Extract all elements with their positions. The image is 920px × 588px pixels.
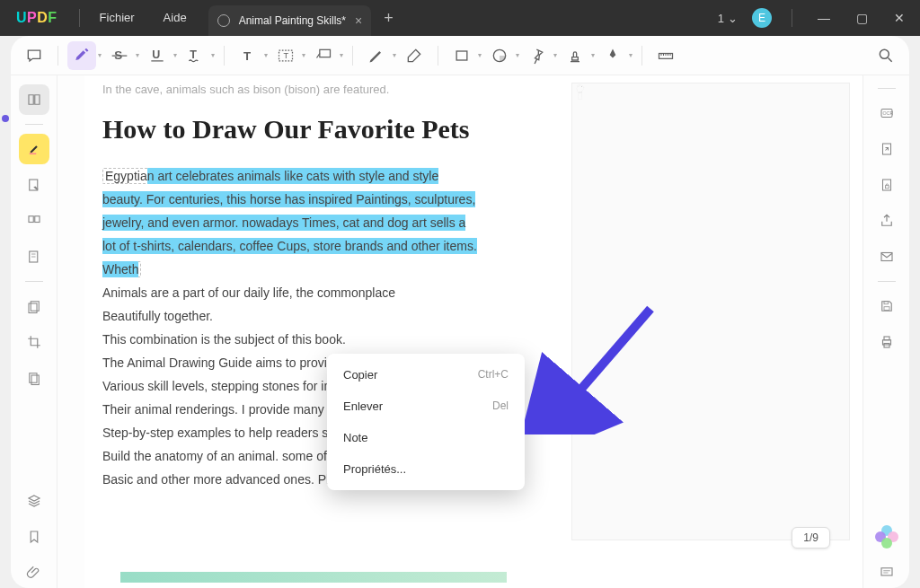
dropdown-icon[interactable]: ▾ [173, 51, 177, 59]
context-menu-note[interactable]: Note [327, 422, 525, 453]
pages-icon [26, 213, 42, 229]
stamp-tool-button[interactable] [561, 41, 589, 70]
textbox-tool-button[interactable]: T [271, 41, 300, 70]
eraser-icon [405, 47, 423, 65]
ruler-icon [657, 47, 675, 65]
document-tab[interactable]: Animal Painting Skills* × [208, 5, 372, 36]
separator [79, 9, 80, 27]
dropdown-icon[interactable]: ▾ [98, 51, 102, 59]
reader-mode-button[interactable] [19, 84, 49, 115]
app-logo: UPDF [0, 10, 74, 26]
window-close-button[interactable]: ✕ [888, 11, 911, 25]
menu-file[interactable]: Fichier [85, 0, 149, 36]
context-menu: Copier Ctrl+C Enlever Del Note Propriété… [327, 354, 525, 490]
edit-mode-button[interactable] [19, 170, 49, 200]
svg-point-12 [880, 49, 889, 58]
svg-rect-14 [29, 154, 36, 155]
tab-title: Animal Painting Skills* [239, 14, 346, 27]
comment-tool-button[interactable] [20, 41, 49, 70]
chevron-down-icon: ⌄ [728, 12, 738, 25]
ai-assistant-button[interactable] [871, 522, 902, 552]
eraser-tool-button[interactable] [400, 41, 429, 70]
separator [352, 46, 353, 66]
dropdown-icon[interactable]: ▾ [136, 51, 139, 59]
context-menu-remove[interactable]: Enlever Del [327, 391, 525, 422]
share-button[interactable] [871, 206, 902, 236]
page-number-badge[interactable]: 1/9 [792, 527, 830, 549]
user-avatar[interactable]: E [752, 8, 772, 28]
email-button[interactable] [871, 241, 902, 272]
highlight-tool-button[interactable] [67, 41, 96, 70]
dropdown-icon[interactable]: ▾ [302, 51, 305, 59]
separator [878, 281, 896, 282]
header-page-indicator[interactable]: 1 ⌄ [718, 12, 738, 25]
search-button[interactable] [871, 41, 900, 70]
protect-button[interactable] [871, 170, 902, 200]
text-tool-button[interactable]: T [234, 41, 262, 70]
callout-tool-button[interactable] [309, 41, 338, 70]
dropdown-icon[interactable]: ▾ [340, 51, 343, 59]
title-bar: UPDF Fichier Aide Animal Painting Skills… [0, 0, 920, 36]
bookmark-icon [26, 529, 42, 545]
squiggly-tool-button[interactable]: T [181, 41, 209, 70]
attach-tool-button[interactable] [523, 41, 552, 70]
left-sidebar [11, 75, 58, 588]
save-button[interactable] [871, 291, 902, 321]
form-button[interactable] [19, 241, 49, 272]
svg-text:OCR: OCR [882, 110, 893, 116]
dropdown-icon[interactable]: ▾ [211, 51, 215, 59]
annotate-mode-button[interactable] [19, 134, 49, 164]
window-maximize-button[interactable]: ▢ [850, 11, 873, 25]
strikethrough-tool-button[interactable]: S [105, 41, 134, 70]
print-button[interactable] [871, 327, 902, 357]
shape-tool-button[interactable] [447, 41, 476, 70]
new-tab-button[interactable]: + [371, 9, 406, 28]
separator [438, 46, 438, 66]
menu-help[interactable]: Aide [149, 0, 201, 36]
body-line: This combination is the subject of this … [102, 328, 480, 351]
dropdown-icon[interactable]: ▾ [591, 51, 595, 59]
edit-page-icon [26, 177, 42, 193]
dropdown-icon[interactable]: ▾ [553, 51, 557, 59]
pencil-icon [367, 47, 385, 65]
separator [641, 46, 642, 66]
dropdown-icon[interactable]: ▾ [264, 51, 268, 59]
tab-close-icon[interactable]: × [355, 13, 362, 28]
pencil-tool-button[interactable] [362, 41, 391, 70]
convert-button[interactable] [871, 134, 902, 164]
dropdown-icon[interactable]: ▾ [478, 51, 482, 59]
lock-page-icon [879, 177, 895, 193]
redact-button[interactable] [19, 363, 49, 393]
separator [58, 46, 58, 66]
pin-icon [528, 47, 546, 65]
crop-button[interactable] [19, 327, 49, 357]
dropdown-icon[interactable]: ▾ [393, 51, 396, 59]
marker-icon [26, 141, 42, 157]
dropdown-icon[interactable]: ▾ [629, 51, 632, 59]
layers-button[interactable] [19, 486, 49, 516]
svg-text:T: T [284, 51, 289, 60]
attachments-button[interactable] [19, 557, 49, 588]
signature-tool-button[interactable] [598, 41, 627, 70]
callout-icon [314, 47, 332, 65]
right-sidebar: OCR [862, 75, 909, 588]
context-menu-copy[interactable]: Copier Ctrl+C [327, 359, 525, 391]
bookmarks-button[interactable] [19, 522, 49, 552]
measure-tool-button[interactable] [651, 41, 680, 70]
svg-rect-36 [881, 568, 892, 575]
batch-button[interactable] [19, 291, 49, 321]
comments-list-button[interactable] [871, 557, 902, 588]
dropdown-icon[interactable]: ▾ [516, 51, 519, 59]
underline-tool-button[interactable]: U [143, 41, 172, 70]
redact-icon [26, 370, 42, 386]
highlighted-selection[interactable]: n art celebrates animals like cats with … [102, 168, 477, 277]
save-icon [879, 298, 895, 314]
context-menu-properties[interactable]: Propriétés... [327, 453, 525, 485]
organize-button[interactable] [19, 206, 49, 236]
ocr-button[interactable]: OCR [871, 98, 902, 128]
svg-rect-30 [881, 253, 892, 261]
document-viewport[interactable]: In the cave, animals such as bison (biso… [58, 75, 862, 588]
sticker-tool-button[interactable] [485, 41, 514, 70]
window-minimize-button[interactable]: — [812, 11, 836, 25]
svg-text:T: T [190, 48, 197, 61]
